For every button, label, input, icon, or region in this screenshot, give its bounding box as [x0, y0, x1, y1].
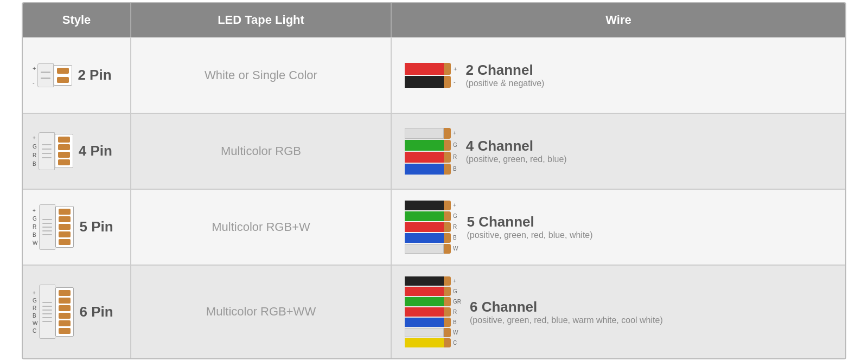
- pin-name-2pin: 2 Pin: [78, 67, 111, 83]
- connector-diagram-2pin: + -: [33, 63, 72, 87]
- channel-title-4pin: 4 Channel: [466, 138, 567, 154]
- pin-name-6pin: 6 Pin: [79, 304, 113, 320]
- style-cell-2pin: + - 2 Pin: [23, 38, 131, 113]
- header-style: Style: [23, 3, 131, 37]
- channel-sub-2pin: (positive & negative): [465, 79, 544, 88]
- main-table: Style LED Tape Light Wire + -: [22, 2, 846, 359]
- channel-title-2pin: 2 Channel: [465, 62, 544, 79]
- led-type-cell-4pin: Multicolor RGB: [131, 114, 392, 189]
- channel-sub-4pin: (positive, green, red, blue): [466, 154, 567, 164]
- wire-diagram-2pin: + -: [405, 63, 457, 88]
- channel-info-6pin: 6 Channel (positive, green, red, blue, w…: [470, 299, 663, 325]
- channel-info-2pin: 2 Channel (positive & negative): [465, 62, 544, 88]
- table-row: + G R B: [23, 113, 845, 189]
- wire-diagram-5pin: + G R B: [405, 201, 458, 254]
- wire-cell-2pin: + - 2 Channel (positive & negative): [392, 38, 845, 113]
- wire-diagram-4pin: + G R B: [405, 128, 457, 175]
- channel-sub-5pin: (positive, green, red, blue, white): [467, 230, 592, 240]
- channel-sub-6pin: (positive, green, red, blue, warm white,…: [470, 315, 663, 325]
- table-row: + - 2 Pin White or Single Color: [23, 37, 845, 113]
- led-type-cell-6pin: Multicolor RGB+WW: [131, 266, 392, 358]
- led-type-cell-2pin: White or Single Color: [131, 38, 392, 113]
- channel-info-5pin: 5 Channel (positive, green, red, blue, w…: [467, 214, 592, 240]
- wire-cell-5pin: + G R B: [392, 190, 845, 265]
- led-type-cell-5pin: Multicolor RGB+W: [131, 190, 392, 265]
- pin-name-4pin: 4 Pin: [79, 143, 112, 159]
- channel-info-4pin: 4 Channel (positive, green, red, blue): [466, 138, 567, 164]
- header-wire: Wire: [392, 3, 845, 37]
- wire-diagram-6pin: + G GR R: [405, 276, 461, 347]
- connector-diagram-4pin: + G R B: [33, 132, 73, 170]
- led-type-6pin: Multicolor RGB+WW: [206, 305, 316, 319]
- led-type-2pin: White or Single Color: [205, 68, 317, 82]
- style-cell-5pin: + G R B W: [23, 190, 131, 265]
- table-row: + G R B W: [23, 189, 845, 265]
- wire-cell-6pin: + G GR R: [392, 266, 845, 358]
- connector-diagram-5pin: + G R B W: [33, 204, 74, 250]
- header-led: LED Tape Light: [131, 3, 392, 37]
- style-cell-6pin: + G R B W C: [23, 266, 131, 358]
- channel-title-6pin: 6 Channel: [470, 299, 663, 315]
- connector-diagram-6pin: + G R B W C: [33, 285, 74, 339]
- pin-name-5pin: 5 Pin: [79, 218, 113, 235]
- table-header: Style LED Tape Light Wire: [23, 3, 845, 37]
- channel-title-5pin: 5 Channel: [467, 214, 592, 230]
- led-type-4pin: Multicolor RGB: [221, 144, 301, 158]
- led-type-5pin: Multicolor RGB+W: [212, 220, 310, 234]
- wire-cell-4pin: + G R B 4 Channel: [392, 114, 845, 189]
- style-cell-4pin: + G R B: [23, 114, 131, 189]
- table-row: + G R B W C: [23, 265, 845, 358]
